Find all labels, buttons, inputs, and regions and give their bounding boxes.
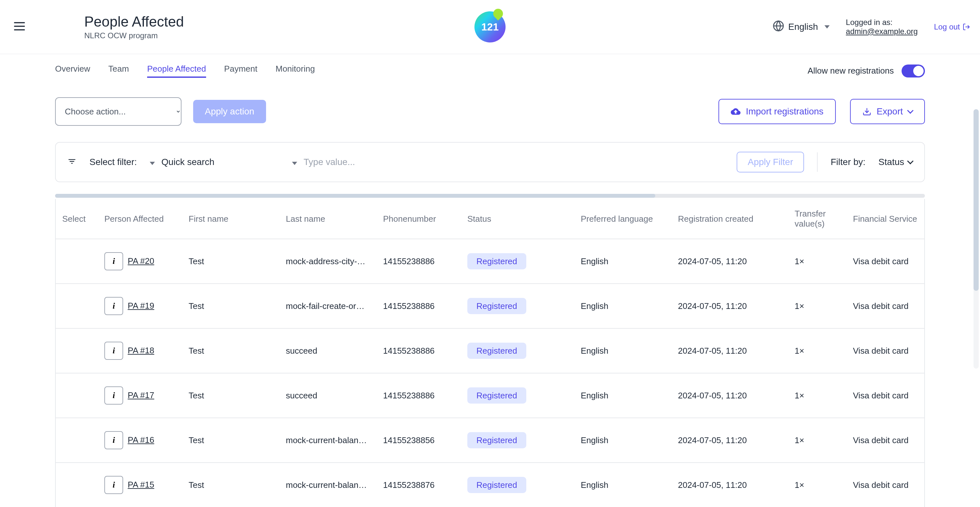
- filter-by-label: Filter by:: [830, 157, 865, 167]
- cell-transfer: 1×: [788, 373, 846, 418]
- choose-action-select[interactable]: Choose action...: [55, 97, 181, 126]
- table-row[interactable]: iPA #17 Test succeed 14155238886 Registe…: [56, 373, 925, 418]
- logged-in-email[interactable]: admin@example.org: [846, 27, 918, 36]
- col-phonenumber[interactable]: Phonenumber: [377, 199, 461, 239]
- horizontal-scrollbar[interactable]: [55, 194, 925, 198]
- info-button[interactable]: i: [104, 297, 123, 315]
- col-first-name[interactable]: First name: [182, 199, 279, 239]
- divider: [817, 152, 818, 172]
- col-select[interactable]: Select: [56, 199, 98, 239]
- tab-payment[interactable]: Payment: [224, 64, 258, 78]
- logout-button[interactable]: Log out: [934, 22, 970, 32]
- status-badge: Registered: [467, 253, 526, 269]
- cell-first-name: Test: [182, 239, 279, 284]
- cell-transfer: 1×: [788, 462, 846, 507]
- logout-icon: [963, 23, 970, 31]
- cell-last-name: mock-fail-create-or…: [279, 284, 377, 328]
- cell-language: English: [574, 328, 671, 373]
- apply-filter-button[interactable]: Apply Filter: [737, 152, 804, 172]
- allow-new-toggle[interactable]: [902, 64, 925, 78]
- cell-created: 2024-07-05, 11:20: [671, 284, 788, 328]
- cell-fsp: Visa debit card: [846, 328, 925, 373]
- cell-phone: 14155238856: [377, 418, 461, 462]
- menu-icon[interactable]: [10, 16, 29, 37]
- tab-people-affected[interactable]: People Affected: [147, 64, 206, 78]
- table-row[interactable]: iPA #15 Test mock-current-balan… 1415523…: [56, 462, 925, 507]
- cell-created: 2024-07-05, 11:20: [671, 239, 788, 284]
- cell-language: English: [574, 284, 671, 328]
- page-title: People Affected: [84, 14, 184, 30]
- cell-first-name: Test: [182, 328, 279, 373]
- cell-fsp: Visa debit card: [846, 373, 925, 418]
- logout-label: Log out: [934, 22, 960, 32]
- page-subtitle: NLRC OCW program: [84, 31, 184, 40]
- tab-overview[interactable]: Overview: [55, 64, 90, 78]
- table-row[interactable]: iPA #18 Test succeed 14155238886 Registe…: [56, 328, 925, 373]
- col-transfer-values[interactable]: Transfer value(s): [788, 199, 846, 239]
- col-last-name[interactable]: Last name: [279, 199, 377, 239]
- status-badge: Registered: [467, 343, 526, 359]
- chevron-down-icon: [824, 25, 830, 29]
- cell-first-name: Test: [182, 418, 279, 462]
- table-row[interactable]: iPA #16 Test mock-current-balan… 1415523…: [56, 418, 925, 462]
- status-badge: Registered: [467, 298, 526, 314]
- allow-new-label: Allow new registrations: [808, 66, 894, 76]
- apply-action-button[interactable]: Apply action: [193, 100, 266, 123]
- cell-last-name: mock-current-balan…: [279, 418, 377, 462]
- cell-last-name: mock-address-city-…: [279, 239, 377, 284]
- cell-phone: 14155238886: [377, 284, 461, 328]
- export-label: Export: [877, 106, 903, 117]
- col-status[interactable]: Status: [461, 199, 574, 239]
- info-button[interactable]: i: [104, 476, 123, 494]
- status-badge: Registered: [467, 477, 526, 493]
- vertical-scrollbar[interactable]: [974, 109, 979, 368]
- tab-team[interactable]: Team: [108, 64, 129, 78]
- cell-fsp: Visa debit card: [846, 418, 925, 462]
- info-button[interactable]: i: [104, 386, 123, 405]
- pa-link[interactable]: PA #18: [128, 346, 154, 355]
- download-icon: [862, 107, 872, 116]
- status-filter-dropdown[interactable]: Status: [878, 157, 913, 167]
- cell-created: 2024-07-05, 11:20: [671, 373, 788, 418]
- cell-last-name: succeed: [279, 373, 377, 418]
- pa-link[interactable]: PA #20: [128, 256, 154, 266]
- export-button[interactable]: Export: [850, 99, 925, 124]
- cell-transfer: 1×: [788, 418, 846, 462]
- logged-in-info: Logged in as: admin@example.org: [846, 18, 918, 36]
- col-registration-created[interactable]: Registration created: [671, 199, 788, 239]
- cell-language: English: [574, 239, 671, 284]
- status-badge: Registered: [467, 432, 526, 448]
- pa-link[interactable]: PA #16: [128, 435, 154, 445]
- globe-icon: [773, 20, 784, 34]
- info-button[interactable]: i: [104, 431, 123, 449]
- table-row[interactable]: iPA #19 Test mock-fail-create-or… 141552…: [56, 284, 925, 328]
- col-financial-service[interactable]: Financial Service: [846, 199, 925, 239]
- logo: 121: [474, 11, 506, 43]
- filter-value-input[interactable]: Type value...: [292, 157, 724, 167]
- pa-link[interactable]: PA #19: [128, 301, 154, 311]
- status-badge: Registered: [467, 387, 526, 403]
- cell-phone: 14155238886: [377, 328, 461, 373]
- tab-monitoring[interactable]: Monitoring: [275, 64, 315, 78]
- cell-created: 2024-07-05, 11:20: [671, 418, 788, 462]
- cell-phone: 14155238886: [377, 373, 461, 418]
- language-label: English: [788, 22, 818, 32]
- pa-link[interactable]: PA #15: [128, 480, 154, 489]
- info-button[interactable]: i: [104, 252, 123, 270]
- cell-transfer: 1×: [788, 328, 846, 373]
- cell-last-name: mock-current-balan…: [279, 462, 377, 507]
- pa-link[interactable]: PA #17: [128, 390, 154, 400]
- cell-language: English: [574, 462, 671, 507]
- cloud-upload-icon: [731, 107, 740, 116]
- quick-search-dropdown[interactable]: Quick search: [150, 157, 214, 167]
- cell-transfer: 1×: [788, 284, 846, 328]
- table-row[interactable]: iPA #20 Test mock-address-city-… 1415523…: [56, 239, 925, 284]
- col-person-affected[interactable]: Person Affected: [98, 199, 182, 239]
- cell-first-name: Test: [182, 284, 279, 328]
- import-registrations-button[interactable]: Import registrations: [719, 99, 836, 124]
- logo-text: 121: [474, 11, 506, 43]
- language-selector[interactable]: English: [773, 20, 830, 34]
- info-button[interactable]: i: [104, 342, 123, 360]
- col-preferred-language[interactable]: Preferred language: [574, 199, 671, 239]
- cell-first-name: Test: [182, 373, 279, 418]
